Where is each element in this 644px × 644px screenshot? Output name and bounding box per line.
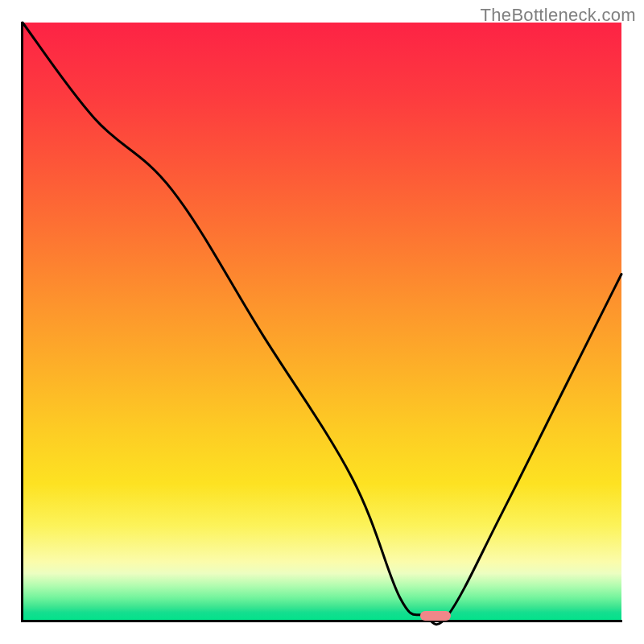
watermark-label: TheBottleneck.com — [481, 5, 636, 26]
y-axis — [21, 22, 23, 622]
optimum-marker — [420, 611, 451, 621]
gradient-background — [23, 23, 621, 621]
x-axis — [22, 620, 622, 622]
chart-canvas: TheBottleneck.com — [0, 0, 644, 644]
